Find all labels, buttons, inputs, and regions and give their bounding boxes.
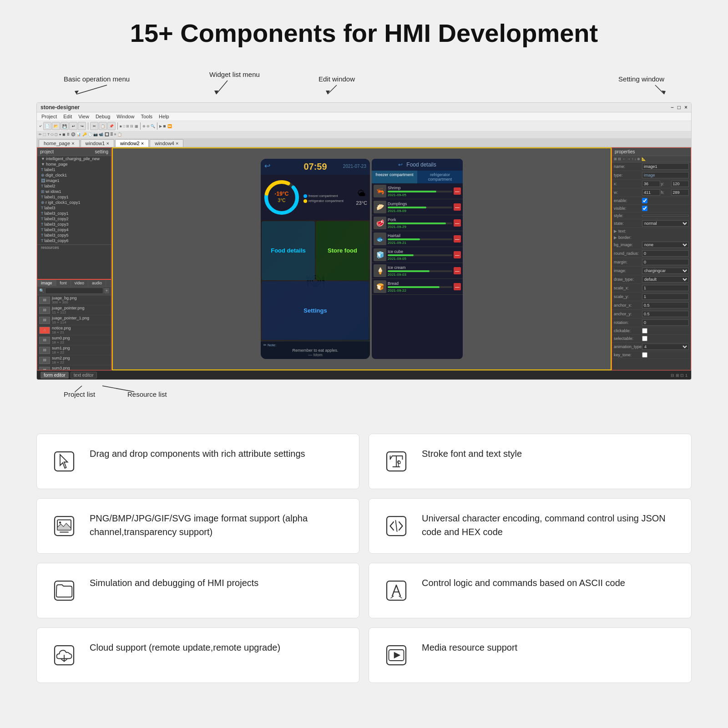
- menu-project[interactable]: Project: [39, 113, 60, 120]
- toolbar-btn-2[interactable]: 📂: [52, 122, 60, 130]
- food-delete-bread[interactable]: —: [454, 283, 461, 290]
- prop-text-expandable[interactable]: ▶ text:: [612, 228, 691, 234]
- prop-h-value[interactable]: 289: [671, 189, 689, 196]
- project-item-label3-c6[interactable]: T label3_copy6: [37, 238, 111, 243]
- resource-add-btn[interactable]: +: [104, 288, 109, 293]
- close-btn[interactable]: ×: [684, 104, 688, 111]
- phone-back-icon[interactable]: ↩: [264, 162, 270, 170]
- prop-radius-value[interactable]: 0: [642, 250, 689, 257]
- maximize-btn[interactable]: □: [677, 104, 681, 111]
- prop-image-select[interactable]: chargingcar: [642, 268, 689, 274]
- resource-item-8[interactable]: 🖼 sum3.png 18 × 22: [37, 365, 111, 370]
- prop-state-select[interactable]: normal: [642, 220, 689, 227]
- food-tab-refrigerator[interactable]: refrigerator compartment: [417, 171, 463, 183]
- resource-item-3[interactable]: 🖼 juage_pointer_1.png 10 × 114: [37, 315, 111, 325]
- project-item-image1[interactable]: 🖼 image1: [37, 178, 111, 183]
- statusbar-tab-text[interactable]: text editor: [71, 372, 97, 379]
- resource-tab-video[interactable]: video: [71, 280, 89, 286]
- prop-x-value[interactable]: 36: [642, 181, 660, 187]
- tab-window1[interactable]: window1 ×: [81, 139, 114, 147]
- minimize-btn[interactable]: −: [671, 104, 674, 111]
- project-item-clock-copy[interactable]: ⊕ r igit_clock1_copy1: [37, 200, 111, 205]
- prop-y-value[interactable]: 120: [671, 181, 689, 187]
- phone-btn-settings[interactable]: Settings: [262, 281, 369, 340]
- prop-visible-checkbox[interactable]: [642, 206, 647, 211]
- phone-time: 07:59: [303, 162, 327, 172]
- prop-selectable-checkbox[interactable]: [642, 336, 647, 341]
- statusbar-tab-form[interactable]: form editor: [40, 372, 69, 379]
- project-item-resources[interactable]: resources: [37, 244, 111, 250]
- prop-style-value[interactable]: [642, 215, 689, 217]
- toolbar-btn-6[interactable]: ✂: [90, 122, 98, 130]
- toolbar-btn-1[interactable]: 📄: [43, 122, 51, 130]
- project-item-label3-c3[interactable]: T label3_copy3: [37, 222, 111, 227]
- menu-tools[interactable]: Tools: [138, 113, 155, 120]
- prop-anchorx-value[interactable]: 0.5: [642, 302, 689, 308]
- project-item-label3-c4[interactable]: T label3_copy4: [37, 227, 111, 233]
- prop-w-value[interactable]: 411: [642, 189, 660, 196]
- prop-scaley-value[interactable]: 1: [642, 293, 689, 300]
- phone-btn-store-food[interactable]: Store food: [316, 221, 369, 280]
- prop-anchory-value[interactable]: 0.5: [642, 311, 689, 317]
- food-tab-freezer[interactable]: freezer compartment: [372, 171, 417, 183]
- resource-item-6[interactable]: 🖼 sum1.png 18 × 22: [37, 345, 111, 355]
- project-item-label1-copy[interactable]: T label1_copy1: [37, 194, 111, 200]
- toolbar-btn-8[interactable]: 📌: [107, 122, 116, 130]
- prop-clickable-checkbox[interactable]: [642, 328, 647, 334]
- tab-window2[interactable]: window2 ×: [115, 139, 149, 147]
- tab-home-page[interactable]: home_page ×: [39, 139, 80, 147]
- food-delete-shrimp[interactable]: —: [454, 187, 461, 195]
- food-delete-hairtail[interactable]: —: [454, 235, 461, 243]
- menu-debug[interactable]: Debug: [93, 113, 113, 120]
- prop-type-value: image: [642, 172, 689, 178]
- prop-enable-checkbox[interactable]: [642, 198, 647, 203]
- prop-drawtype-select[interactable]: default: [642, 276, 689, 283]
- prop-margin-value[interactable]: 0: [642, 259, 689, 265]
- project-item-root[interactable]: ▼ intelligent_charging_pile_new: [37, 156, 111, 162]
- resource-search-input[interactable]: [45, 288, 103, 294]
- prop-border-expandable[interactable]: ▶ border:: [612, 234, 691, 241]
- food-details-panel: ↩ Food details freezer compartment refri…: [372, 159, 463, 359]
- project-item-label3-c5[interactable]: T label3_copy5: [37, 233, 111, 238]
- resource-item-2[interactable]: 🖼 juage_pointer.png 11 × 112: [37, 305, 111, 315]
- feature-icon-folder: [50, 576, 79, 605]
- project-item-window1[interactable]: ⊞ wi idow1: [37, 189, 111, 194]
- project-item-label2[interactable]: T label2: [37, 183, 111, 189]
- toolbar-btn-5[interactable]: ↪: [78, 122, 86, 130]
- phone-btn-food-details[interactable]: Food details: [262, 221, 315, 280]
- menu-view[interactable]: View: [76, 113, 92, 120]
- prop-type-row: type: image: [612, 171, 691, 180]
- resource-tab-font[interactable]: font: [56, 280, 71, 286]
- menu-window[interactable]: Window: [114, 113, 137, 120]
- prop-image-label: image:: [614, 268, 641, 273]
- project-item-label1[interactable]: T label1: [37, 167, 111, 172]
- project-item-label3-c1[interactable]: T label3_copy1: [37, 211, 111, 216]
- prop-keytone-checkbox[interactable]: [642, 352, 647, 358]
- project-item-label3[interactable]: T label3: [37, 205, 111, 211]
- menu-help[interactable]: Help: [156, 113, 172, 120]
- ide-app-name: stone-designer: [40, 104, 80, 111]
- resource-item-7[interactable]: 🖼 sum2.png 18 × 22: [37, 355, 111, 365]
- food-delete-dumplings[interactable]: —: [454, 203, 461, 211]
- menu-edit[interactable]: Edit: [61, 113, 75, 120]
- resource-item-1[interactable]: 🖼 juage_bg.png 300 × 300: [37, 295, 111, 305]
- prop-scalex-value[interactable]: 1: [642, 285, 689, 291]
- food-delete-icecream[interactable]: —: [454, 267, 461, 274]
- prop-name-value[interactable]: image1: [642, 163, 689, 170]
- prop-rotation-value[interactable]: 0: [642, 319, 689, 326]
- resource-item-4[interactable]: ⚠ notice.png 18 × 21: [37, 325, 111, 335]
- tab-window4[interactable]: window4 ×: [150, 139, 183, 147]
- food-delete-icecube[interactable]: —: [454, 251, 461, 258]
- food-delete-pork[interactable]: —: [454, 219, 461, 227]
- project-item-clock1[interactable]: ⊕ digit_clock1: [37, 172, 111, 178]
- project-item-home[interactable]: ▼ home_page: [37, 162, 111, 167]
- toolbar-btn-7[interactable]: 📋: [99, 122, 107, 130]
- prop-bgimage-select[interactable]: none: [642, 242, 689, 248]
- resource-tab-audio[interactable]: audio: [88, 280, 106, 286]
- project-item-label3-c2[interactable]: T label3_copy2: [37, 216, 111, 222]
- resource-tab-image[interactable]: image: [37, 280, 56, 286]
- toolbar-btn-4[interactable]: ↩: [69, 122, 77, 130]
- resource-item-5[interactable]: 🖼 sum0.png 18 × 22: [37, 335, 111, 345]
- prop-animtype-select[interactable]: 4: [642, 344, 689, 350]
- toolbar-btn-3[interactable]: 💾: [61, 122, 69, 130]
